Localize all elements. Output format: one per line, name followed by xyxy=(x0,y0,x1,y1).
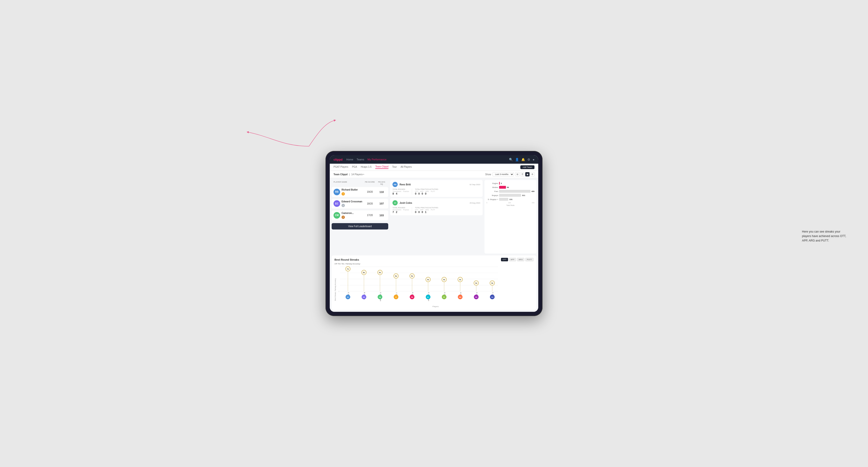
streak-avatar-initials: JC xyxy=(395,297,397,298)
chart-bar-wrap: 131 xyxy=(499,198,534,201)
nav-home[interactable]: Home xyxy=(346,158,353,161)
stat-card-rees-britt: RB Rees Britt 02 Sep 2023 Total Rounds T… xyxy=(390,180,483,197)
chart-axis-ticks: 0 200 400 xyxy=(486,202,534,204)
streak-chart-svg: 07xE. EbertEE6xB. McHergBM6xD. Billingha… xyxy=(338,267,533,305)
subnav-tour[interactable]: Tour xyxy=(392,165,397,168)
tab-ott[interactable]: OTT xyxy=(501,258,508,261)
stat-date-1: 02 Sep 2023 xyxy=(470,184,480,186)
chart-bar xyxy=(499,194,521,197)
person-icon[interactable]: 👤 xyxy=(515,158,519,161)
player-info-1: Richard Butler 1 xyxy=(342,188,363,195)
view-icons: ⊞ ☰ ▣ ⚙ xyxy=(516,172,534,177)
streak-avatar-initials: BM xyxy=(363,297,365,298)
avatar-richard-butler: RB xyxy=(334,189,340,195)
team-title: Team Clippd | 14 Players xyxy=(334,173,363,176)
chart-bar xyxy=(499,182,500,185)
tick-0: 0 xyxy=(486,202,487,204)
subnav-pga[interactable]: PGA xyxy=(352,165,357,168)
list-view-icon[interactable]: ☰ xyxy=(520,172,525,177)
chart-bar-value: 131 xyxy=(509,198,512,200)
streak-avatar-initials: RB xyxy=(411,297,413,298)
view-leaderboard-button[interactable]: View Full Leaderboard xyxy=(332,223,388,229)
add-team-button[interactable]: Add Team xyxy=(520,165,534,169)
streak-avatar-initials: RB xyxy=(475,297,477,298)
annotation-text: Here you can see streaks your players ha… xyxy=(802,229,849,243)
streak-label: 6x xyxy=(379,272,381,273)
player-row[interactable]: RB Richard Butler 1 19/20 110 xyxy=(332,187,388,197)
settings-icon[interactable]: ⚙ xyxy=(527,158,530,161)
team-header: Team Clippd | 14 Players ✏ Show Last 3 m… xyxy=(330,171,538,178)
player-row[interactable]: CM Cameron... 3 17/20 103 xyxy=(332,210,388,220)
bar-chart: Eagles 3 Birdies 96 Pars 499 Bogeys 311 … xyxy=(486,182,534,201)
streak-chart-wrapper: Best Streak, Fairway Accuracy 07xE. Eber… xyxy=(335,267,533,308)
settings-view-icon[interactable]: ⚙ xyxy=(530,172,534,177)
chart-bar-value: 3 xyxy=(501,182,502,184)
streak-chart-area: 07xE. EbertEE6xB. McHergBM6xD. Billingha… xyxy=(338,267,533,308)
stat-divider-1 xyxy=(412,188,412,195)
show-section: Show Last 3 months ⊞ ☰ ▣ ⚙ xyxy=(485,172,534,177)
player-avg-2: 107 xyxy=(377,202,386,205)
y-axis-label: Best Streak, Fairway Accuracy xyxy=(335,274,336,301)
stat-player-name-2: Josh Coles xyxy=(400,201,412,204)
stat-group-practice-1: Total Practice Activities OTT APP ARG PU… xyxy=(415,188,438,195)
chart-bar-row: Eagles 3 xyxy=(486,182,534,185)
show-label: Show xyxy=(485,173,491,176)
app-container: clippd Home Teams My Performance 🔍 👤 🔔 ⚙… xyxy=(330,155,538,312)
practice-val-1: 4 xyxy=(396,192,397,195)
search-icon[interactable]: 🔍 xyxy=(509,158,513,161)
edit-icon[interactable]: ✏ xyxy=(363,173,365,176)
table-header: PLAYER NAME PB SCORE PB AVG SQ xyxy=(332,180,388,186)
streak-label: 3x xyxy=(475,282,477,284)
chart-bar-value: 96 xyxy=(507,186,509,188)
practice-activities-label-2: Total Practice Activities xyxy=(415,207,438,209)
col-player-name: PLAYER NAME xyxy=(334,181,363,185)
streak-svg: 07xE. EbertEE6xB. McHergBM6xD. Billingha… xyxy=(338,267,498,304)
streak-avatar-initials: MM xyxy=(459,297,461,298)
mini-avatar-rees-britt: RB xyxy=(393,182,398,187)
content-grid: PLAYER NAME PB SCORE PB AVG SQ RB Richar… xyxy=(330,178,538,255)
period-select[interactable]: Last 3 months xyxy=(493,172,514,177)
chart-bar xyxy=(499,198,508,201)
subnav-team-clippd[interactable]: Team Clippd xyxy=(375,165,389,169)
chart-bar-row: D. Bogeys + 131 xyxy=(486,198,534,201)
chart-bar-label: Birdies xyxy=(486,186,498,188)
tab-putt[interactable]: PUTT xyxy=(525,258,533,261)
streak-title: Best Round Streaks xyxy=(335,258,359,261)
player-name-3: Cameron... xyxy=(342,212,363,214)
svg-text:0: 0 xyxy=(338,290,339,292)
player-row[interactable]: EC Edward Crossman 2 18/20 107 xyxy=(332,199,388,209)
stat-row-1: Total Rounds Tournament Practice 8 4 xyxy=(393,188,480,195)
avatar-icon[interactable]: ● xyxy=(533,158,534,161)
nav-performance[interactable]: My Performance xyxy=(368,158,386,161)
chart-bar-wrap: 96 xyxy=(499,186,534,189)
streak-label: 4x xyxy=(443,279,445,280)
player-info-2: Edward Crossman 2 xyxy=(342,200,363,207)
subnav-all-players[interactable]: All Players xyxy=(401,165,412,168)
subnav-hcaps[interactable]: Hcaps 1-5 xyxy=(361,165,372,168)
avatar-cameron: CM xyxy=(334,212,340,219)
stat-card-header-1: RB Rees Britt 02 Sep 2023 xyxy=(393,182,480,187)
nav-teams[interactable]: Teams xyxy=(356,158,364,161)
chart-bar-wrap: 499 xyxy=(499,190,534,193)
logo: clippd xyxy=(334,158,342,161)
card-view-icon[interactable]: ▣ xyxy=(525,172,530,177)
grid-view-icon[interactable]: ⊞ xyxy=(516,172,520,177)
player-score-1: 19/20 xyxy=(363,191,377,193)
streak-avatar-initials: EE xyxy=(347,297,349,298)
streak-avatar-initials: CQ xyxy=(491,297,493,298)
subnav-pgat[interactable]: PGAT Players xyxy=(334,165,348,168)
metric-tabs: OTT APP ARG PUTT xyxy=(501,258,533,261)
right-panel: Eagles 3 Birdies 96 Pars 499 Bogeys 311 … xyxy=(485,180,536,253)
player-avg-1: 110 xyxy=(377,191,386,193)
player-avg-3: 103 xyxy=(377,214,386,217)
chart-bar-label: D. Bogeys + xyxy=(486,198,498,200)
bottom-section: Best Round Streaks OTT APP ARG PUTT Off … xyxy=(332,255,536,310)
tab-app[interactable]: APP xyxy=(509,258,516,261)
player-name-1: Richard Butler xyxy=(342,188,363,191)
chart-bar-value: 499 xyxy=(531,190,534,192)
avatar-edward-crossman: EC xyxy=(334,200,340,207)
stat-card-josh-coles: JC Josh Coles 26 Aug 2023 Total Rounds T… xyxy=(390,198,483,215)
streak-avatar-initials: DB xyxy=(379,297,381,298)
bell-icon[interactable]: 🔔 xyxy=(521,158,525,161)
tab-arg[interactable]: ARG xyxy=(517,258,524,261)
